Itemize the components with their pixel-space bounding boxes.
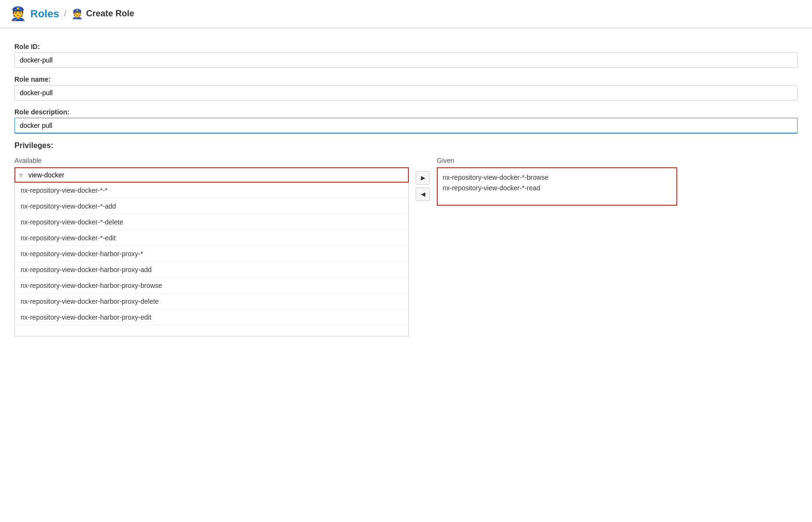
available-list-item[interactable]: nx-repository-view-docker-harbor-proxy-b… xyxy=(15,278,408,294)
privileges-container: Available ▿ nx-repository-view-docker-*-… xyxy=(14,157,798,336)
create-role-icon: 👮 xyxy=(71,8,83,20)
available-title: Available xyxy=(14,157,409,164)
role-id-input[interactable] xyxy=(14,52,798,68)
available-list-item[interactable]: nx-repository-view-docker-*-delete xyxy=(15,214,408,230)
available-list-item[interactable]: nx-repository-view-docker-harbor-proxy-d… xyxy=(15,294,408,310)
transfer-buttons: ▶ ◀ xyxy=(409,171,437,201)
available-panel: Available ▿ nx-repository-view-docker-*-… xyxy=(14,157,409,336)
privileges-label: Privileges: xyxy=(14,141,798,150)
create-role-title: Create Role xyxy=(86,9,134,19)
filter-row: ▿ xyxy=(14,167,409,183)
page-header: 👮 Roles / 👮 Create Role xyxy=(0,0,812,28)
available-list-item[interactable]: nx-repository-view-docker-harbor-proxy-* xyxy=(15,246,408,262)
role-desc-label: Role description: xyxy=(14,108,798,116)
available-list-item[interactable]: nx-repository-view-docker-*-edit xyxy=(15,230,408,246)
available-list-item[interactable]: nx-repository-view-docker-*-* xyxy=(15,183,408,199)
add-privilege-button[interactable]: ▶ xyxy=(416,171,430,185)
available-list-item[interactable]: nx-repository-view-docker-harbor-proxy-a… xyxy=(15,262,408,278)
role-id-group: Role ID: xyxy=(14,43,798,68)
role-name-input[interactable] xyxy=(14,85,798,100)
roles-title: Roles xyxy=(30,8,59,20)
role-desc-input[interactable] xyxy=(14,118,798,134)
remove-privilege-button[interactable]: ◀ xyxy=(416,187,430,201)
available-list-item[interactable]: nx-repository-view-docker-*-add xyxy=(15,199,408,214)
available-list[interactable]: nx-repository-view-docker-*-*nx-reposito… xyxy=(14,183,409,336)
given-title: Given xyxy=(437,157,677,164)
breadcrumb-separator: / xyxy=(64,9,66,19)
role-name-label: Role name: xyxy=(14,75,798,83)
given-list-item[interactable]: nx-repository-view-docker-*-read xyxy=(443,183,672,193)
filter-icon: ▿ xyxy=(15,168,26,182)
given-list-item[interactable]: nx-repository-view-docker-*-browse xyxy=(443,172,672,183)
given-list[interactable]: nx-repository-view-docker-*-browsenx-rep… xyxy=(437,167,677,206)
roles-icon: 👮 xyxy=(10,6,26,22)
role-id-label: Role ID: xyxy=(14,43,798,50)
available-list-item[interactable]: nx-repository-view-docker-harbor-proxy-e… xyxy=(15,310,408,325)
role-desc-group: Role description: xyxy=(14,108,798,134)
given-panel: Given nx-repository-view-docker-*-browse… xyxy=(437,157,677,206)
role-name-group: Role name: xyxy=(14,75,798,100)
filter-input[interactable] xyxy=(26,168,408,182)
main-content: Role ID: Role name: Role description: Pr… xyxy=(0,28,812,346)
